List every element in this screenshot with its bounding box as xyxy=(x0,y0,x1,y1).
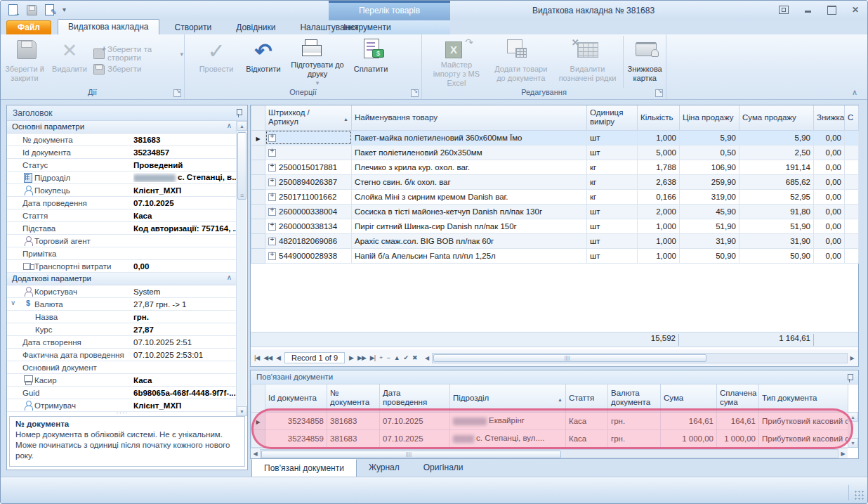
col-header-barcode[interactable]: Штрихкод / Артикул xyxy=(265,105,352,130)
bottom-tab[interactable]: Оригінали xyxy=(412,459,475,477)
dialog-launcher-icon[interactable] xyxy=(655,89,663,97)
expand-icon[interactable] xyxy=(268,149,276,157)
param-value[interactable]: 07.10.2025 xyxy=(133,199,236,207)
col-header-doc-date[interactable]: Дата проведення xyxy=(380,385,450,412)
col-header-discount[interactable]: Знижка xyxy=(814,105,845,130)
col-header-type[interactable]: Тип документа xyxy=(759,385,848,412)
related-doc-row[interactable]: 35234858 381683 07.10.2025 Еквайрінг Кас… xyxy=(251,412,848,429)
col-header-sum[interactable]: Сума продажу xyxy=(739,105,814,130)
param-row[interactable]: Касир Каса xyxy=(7,374,237,387)
ribbon-button[interactable]: Додати товари до документа xyxy=(488,36,554,88)
param-row[interactable]: Торговий агент xyxy=(7,235,237,247)
col-header-doc-num[interactable]: № документа xyxy=(327,385,380,412)
ribbon-tab[interactable]: Створити xyxy=(166,21,221,34)
bottom-tab[interactable]: Журнал xyxy=(357,459,412,477)
param-value[interactable]: 381683 xyxy=(133,136,236,144)
param-row[interactable]: Фактична дата проведення 07.10.2025 2:53… xyxy=(7,349,237,361)
nav-button[interactable]: |◀ xyxy=(252,354,261,361)
param-row[interactable]: Стаття Каса xyxy=(7,209,237,222)
expand-icon[interactable] xyxy=(268,208,276,216)
col-header-qty[interactable]: Кількість xyxy=(638,105,680,130)
nav-button[interactable]: + xyxy=(377,354,384,361)
doc-convert-icon[interactable] xyxy=(8,4,19,15)
col-header-name[interactable]: Найменування товару xyxy=(352,105,587,130)
save-close-button[interactable]: Зберегти й закрити xyxy=(2,36,47,88)
param-row[interactable]: Назва грн. xyxy=(7,311,237,323)
nav-button[interactable]: ▶ xyxy=(347,354,355,361)
expand-chevron-icon[interactable] xyxy=(11,299,15,306)
nav-button[interactable]: ✔ xyxy=(402,354,411,361)
param-row[interactable]: Дата створення 07.10.2025 2:51 xyxy=(7,336,237,349)
product-row[interactable]: 2600000338134 Пиріг ситний Шинка-сир Dan… xyxy=(251,219,859,233)
product-row[interactable]: Пакет поліетиленовий 260х350мм шт 5,000 … xyxy=(251,145,859,160)
qat-save-icon[interactable] xyxy=(26,4,37,15)
param-value[interactable]: грн. xyxy=(133,313,236,321)
param-row[interactable]: Курс 27,87 xyxy=(7,323,237,336)
col-header-branch[interactable]: Підрозділ xyxy=(450,385,566,412)
expand-icon[interactable] xyxy=(268,252,276,260)
close-icon[interactable]: ✕ xyxy=(850,6,860,14)
scroll-up-icon[interactable]: ▲ xyxy=(237,121,247,131)
param-row[interactable]: Транспортні витрати 0,00 xyxy=(7,260,237,273)
col-header-unit[interactable]: Одиниця виміру xyxy=(587,105,638,130)
product-row[interactable]: 2600000338004 Сосиска в тісті майонез-ке… xyxy=(251,204,859,219)
expand-icon[interactable] xyxy=(268,134,276,142)
param-row[interactable]: Статус Проведений xyxy=(7,159,237,172)
nav-button[interactable]: ▶| xyxy=(368,354,377,361)
nav-button[interactable]: ✖ xyxy=(410,354,419,361)
param-row[interactable]: Користувач System xyxy=(7,285,237,298)
qat-dropdown-icon[interactable] xyxy=(63,4,74,15)
param-value[interactable]: System xyxy=(133,287,236,296)
col-header-currency[interactable]: Валюта документа xyxy=(608,385,661,412)
horizontal-scrollbar[interactable] xyxy=(423,352,857,364)
param-value[interactable]: 0,00 xyxy=(133,262,236,271)
nav-button[interactable]: ◀ xyxy=(274,354,282,361)
col-header-extra[interactable]: С xyxy=(845,105,859,130)
col-header-doc-id[interactable]: Id документа xyxy=(265,385,327,412)
doc-edit-icon[interactable] xyxy=(44,4,55,15)
ribbon-button[interactable]: Сплатити xyxy=(348,36,394,88)
collapse-ribbon-icon[interactable] xyxy=(852,88,857,97)
nav-button[interactable]: ▲ xyxy=(392,354,402,361)
param-value[interactable]: Клієнт_МХП xyxy=(133,186,236,195)
param-row[interactable]: Id документа 35234857 xyxy=(7,146,237,159)
param-row[interactable]: Покупець Клієнт_МХП xyxy=(7,184,237,197)
nav-button[interactable]: ◀◀ xyxy=(261,354,274,361)
ribbon-button[interactable]: Підготувати до друку xyxy=(287,36,348,88)
ribbon-tab[interactable]: Довідники xyxy=(227,21,284,34)
expand-icon[interactable] xyxy=(268,223,276,231)
param-row[interactable]: № документа 381683 xyxy=(7,134,237,146)
related-horizontal-scrollbar[interactable] xyxy=(251,448,848,458)
bottom-tab[interactable]: Пов'язані документи xyxy=(251,459,357,477)
minimize-icon[interactable] xyxy=(803,6,813,14)
param-row[interactable]: Guid 6b98065a-468f-4448-9f7f-... xyxy=(7,387,237,399)
scroll-right-icon[interactable] xyxy=(848,355,857,361)
ribbon-tab[interactable]: Файл xyxy=(6,20,51,34)
scroll-left-icon[interactable] xyxy=(251,451,260,457)
fullscreen-icon[interactable] xyxy=(779,6,789,14)
pin-icon[interactable] xyxy=(846,374,853,382)
param-value[interactable]: Клієнт_МХП xyxy=(133,401,236,410)
ribbon-button[interactable]: Відкотити xyxy=(239,36,287,88)
scrollbar-thumb[interactable] xyxy=(237,132,246,200)
delete-button[interactable]: Видалити xyxy=(47,36,92,88)
ribbon-tab[interactable]: Видаткова накладна xyxy=(58,19,159,34)
ribbon-button[interactable]: Знижкова картка xyxy=(623,36,666,88)
scroll-left-icon[interactable] xyxy=(423,355,432,361)
param-value[interactable]: 35234857 xyxy=(133,148,236,157)
product-row[interactable]: Пакет-майка поліетиленовий 360х600мм Їмо… xyxy=(251,130,859,145)
product-row[interactable]: 4820182069086 Арахіс смаж.сол. BIG BOB п… xyxy=(251,233,859,248)
collapse-chevron-icon[interactable] xyxy=(227,122,232,129)
param-row[interactable]: Валюта 27,87 грн. -> 1 xyxy=(7,298,237,311)
dialog-launcher-icon[interactable] xyxy=(411,89,419,97)
param-value[interactable]: Проведений xyxy=(133,161,236,169)
expand-icon[interactable] xyxy=(268,238,276,245)
param-value[interactable]: 6b98065a-468f-4448-9f7f-... xyxy=(133,389,236,397)
section-main-params[interactable]: Основні параметри xyxy=(7,121,237,134)
related-vertical-scrollbar[interactable]: ▲ ▼ xyxy=(848,412,858,448)
contextual-tab-group-header[interactable]: Перелік товарів xyxy=(329,1,450,20)
scroll-up-icon[interactable]: ▲ xyxy=(848,412,858,422)
nav-button[interactable]: − xyxy=(384,354,391,361)
scrollbar-thumb[interactable] xyxy=(261,451,561,458)
save-button[interactable]: Зберегти xyxy=(93,61,183,77)
